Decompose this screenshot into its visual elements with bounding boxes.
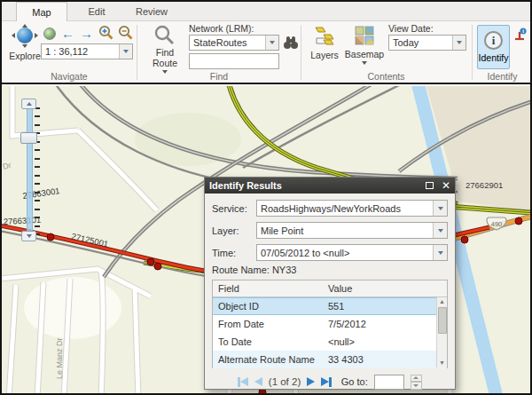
view-date-value: Today: [389, 37, 452, 48]
zoom-slider-thumb[interactable]: [20, 132, 37, 144]
cell-value: 33 4303: [323, 354, 447, 365]
layer-combo[interactable]: Mile Point: [256, 222, 448, 239]
goto-page-input[interactable]: [374, 375, 404, 390]
find-group-label: Find: [137, 71, 301, 82]
full-extent-globe-icon[interactable]: [43, 28, 56, 40]
view-date-dropdown-icon[interactable]: [452, 36, 466, 50]
zoom-out-icon[interactable]: [118, 25, 134, 41]
zoom-in-icon[interactable]: [98, 25, 114, 41]
street-label-le-manz-dr: Le Manz Dr: [55, 337, 64, 379]
table-row[interactable]: From Date 7/5/2012: [213, 315, 447, 333]
ribbon-tab-bar: Map Edit Review: [2, 2, 530, 21]
maximize-icon[interactable]: [426, 182, 434, 189]
service-value: RoadsHighways/NewYorkRoads: [257, 203, 433, 214]
table-header-row: Field Value: [213, 280, 447, 297]
goto-spinner[interactable]: [411, 375, 422, 390]
route-name-label: Route Name:: [212, 265, 270, 275]
network-lrm-combo[interactable]: StateRoutes: [189, 35, 279, 51]
find-route-label: Find: [156, 47, 174, 58]
view-date-label: View Date:: [388, 23, 434, 34]
time-combo[interactable]: 07/05/2012 to <null>: [256, 244, 448, 261]
identify-label: Identify: [479, 52, 509, 63]
scrollbar-thumb[interactable]: [438, 307, 447, 334]
map-scale-value: 1 : 36,112: [42, 46, 119, 57]
table-row[interactable]: To Date <null>: [213, 333, 447, 351]
time-dropdown-icon[interactable]: [433, 245, 447, 260]
time-value: 07/05/2012 to <null>: [257, 248, 433, 258]
view-date-combo[interactable]: Today: [388, 35, 466, 51]
previous-page-button[interactable]: [254, 377, 262, 386]
route-label-27662901: 27662901: [466, 180, 503, 190]
contents-group-label: Contents: [301, 71, 471, 82]
previous-extent-icon[interactable]: ←: [61, 27, 74, 41]
ribbon: Explore ← → 1 : 36,112 Navigate: [2, 21, 530, 84]
table-scrollbar[interactable]: ▲ ▼: [436, 297, 447, 367]
cell-value: 7/5/2012: [323, 319, 447, 329]
tab-review[interactable]: Review: [126, 2, 177, 21]
group-contents: Layers Basemap View Date: Today: [301, 21, 471, 83]
goto-label: Go to:: [341, 376, 368, 387]
cell-value: <null>: [323, 336, 447, 347]
map-zoom-slider[interactable]: [18, 100, 44, 247]
basemap-label: Basemap: [345, 49, 384, 59]
explore-label: Explore: [9, 51, 41, 61]
first-page-button[interactable]: [238, 377, 248, 387]
basemap-icon: [355, 26, 374, 45]
table-row[interactable]: Alternate Route Name 33 4303: [213, 351, 447, 368]
group-navigate: Explore ← → 1 : 36,112 Navigate: [2, 21, 137, 83]
close-icon[interactable]: ✕: [442, 180, 450, 191]
identify-button[interactable]: i Identify: [477, 25, 510, 69]
spinner-up-icon[interactable]: [411, 375, 422, 383]
zoom-slider-down-button[interactable]: [21, 231, 36, 241]
identify-circle-i-icon: i: [484, 31, 503, 50]
service-combo[interactable]: RoadsHighways/NewYorkRoads: [256, 200, 448, 217]
binoculars-icon[interactable]: [283, 35, 299, 51]
last-page-button[interactable]: [321, 377, 332, 387]
find-route-button[interactable]: Find Route: [145, 24, 185, 74]
group-identify: i Identify i Identify: [473, 21, 532, 83]
zoom-slider-up-button[interactable]: [21, 99, 36, 109]
dialog-titlebar[interactable]: Identify Results ✕: [205, 178, 455, 194]
dialog-title: Identify Results: [209, 180, 282, 191]
cell-field: From Date: [213, 319, 323, 329]
layers-label: Layers: [310, 50, 339, 60]
identify-group-label: Identify: [473, 71, 532, 82]
explore-orb-icon: [17, 28, 33, 43]
cell-field: To Date: [213, 336, 323, 347]
tab-edit[interactable]: Edit: [71, 2, 122, 21]
basemap-button[interactable]: Basemap: [344, 26, 385, 65]
cell-field: Alternate Route Name: [213, 354, 323, 365]
pagination-bar: (1 of 2) Go to:: [212, 370, 448, 393]
column-header-value: Value: [323, 283, 447, 294]
zoom-slider-track[interactable]: [27, 104, 33, 241]
find-route-label2: Route: [153, 58, 177, 68]
map-scale-dropdown-icon[interactable]: [119, 44, 132, 59]
time-label: Time:: [212, 248, 256, 258]
service-label: Service:: [212, 203, 256, 214]
layer-label: Layer:: [212, 225, 256, 236]
basemap-dropdown-caret-icon[interactable]: [362, 61, 367, 65]
table-row[interactable]: Object ID 551: [213, 297, 447, 315]
scroll-down-icon[interactable]: ▼: [439, 359, 445, 367]
network-lrm-dropdown-icon[interactable]: [265, 36, 278, 50]
cell-value: 551: [323, 301, 447, 312]
column-header-field: Field: [213, 283, 323, 294]
info-pin-icon[interactable]: i: [513, 28, 528, 42]
find-route-input[interactable]: [189, 53, 279, 69]
map-scale-combo[interactable]: 1 : 36,112: [41, 43, 133, 59]
layers-button[interactable]: Layers: [307, 26, 342, 60]
layer-dropdown-icon[interactable]: [433, 223, 447, 238]
group-find: Find Route Network (LRM): StateRoutes Fi…: [137, 21, 301, 83]
next-page-button[interactable]: [307, 377, 315, 386]
explore-button[interactable]: Explore: [7, 25, 43, 61]
identify-results-dialog: Identify Results ✕ Service: RoadsHighway…: [204, 177, 456, 390]
scroll-up-icon[interactable]: ▲: [439, 297, 445, 306]
service-dropdown-icon[interactable]: [433, 201, 447, 216]
spinner-down-icon[interactable]: [411, 382, 422, 390]
next-extent-icon[interactable]: →: [80, 27, 93, 41]
route-shield-490-text: 490: [491, 220, 503, 228]
tab-map[interactable]: Map: [16, 2, 67, 21]
app-window: Map Edit Review Explore ← →: [0, 0, 532, 395]
layer-value: Mile Point: [257, 225, 433, 236]
page-indicator: (1 of 2): [269, 376, 301, 387]
